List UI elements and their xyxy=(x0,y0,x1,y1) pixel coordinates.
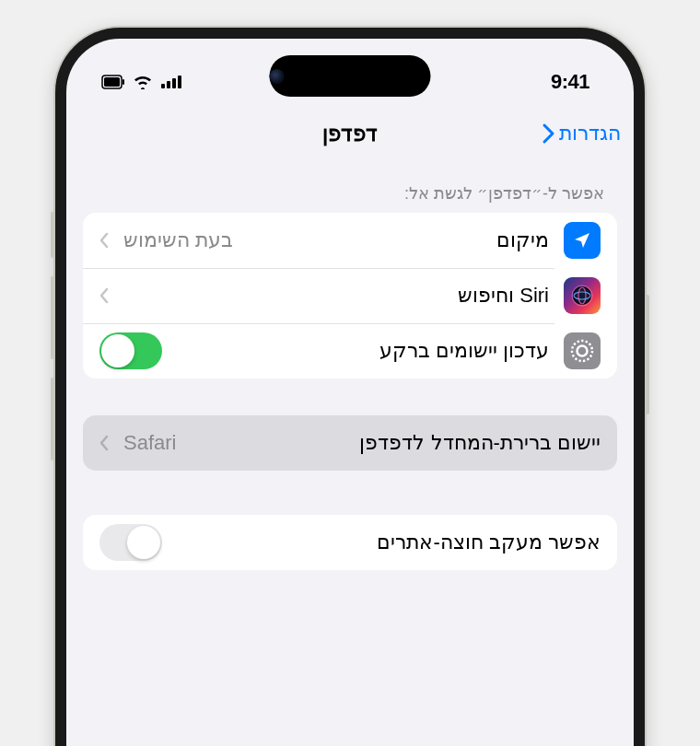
toggle-background-refresh[interactable] xyxy=(99,332,162,369)
row-siri-search[interactable]: Siri וחיפוש xyxy=(83,268,617,323)
back-label: הגדרות xyxy=(559,122,621,146)
device-mute-switch xyxy=(51,212,55,258)
toggle-knob xyxy=(101,334,134,367)
row-value: Safari xyxy=(123,431,176,455)
svg-point-12 xyxy=(572,341,592,361)
svg-rect-6 xyxy=(178,76,181,88)
gear-icon xyxy=(564,332,601,369)
device-power-button xyxy=(645,295,649,414)
row-label: עדכון יישומים ברקע xyxy=(177,339,549,363)
dynamic-island xyxy=(270,55,431,97)
chevron-right-icon xyxy=(541,122,555,145)
front-camera xyxy=(270,69,285,84)
row-label: יישום ברירת-המחדל לדפדפן xyxy=(191,431,601,455)
back-button[interactable]: הגדרות xyxy=(541,122,621,146)
svg-rect-2 xyxy=(122,79,124,85)
svg-rect-3 xyxy=(161,84,165,88)
device-volume-down xyxy=(51,378,55,460)
toggle-cross-site-tracking[interactable] xyxy=(99,524,162,561)
chevron-left-icon xyxy=(99,232,109,249)
device-volume-up xyxy=(51,276,55,359)
phone-device-frame: 9:41 הגדרות דפדפן אפשר ל-״דפדפן״ לגשת אל… xyxy=(55,28,645,746)
status-time: 9:41 xyxy=(551,70,589,94)
wifi-icon xyxy=(133,75,153,89)
settings-group-default-browser: יישום ברירת-המחדל לדפדפן Safari xyxy=(83,415,617,471)
row-label: Siri וחיפוש xyxy=(123,284,549,308)
svg-point-9 xyxy=(574,287,590,304)
row-label: אפשר מעקב חוצה-אתרים xyxy=(177,530,601,554)
svg-rect-1 xyxy=(104,77,120,87)
settings-group-access: מיקום בעת השימוש Siri וחיפוש xyxy=(83,213,617,379)
chevron-left-icon xyxy=(99,435,109,451)
settings-group-tracking: אפשר מעקב חוצה-אתרים xyxy=(83,515,617,570)
navigation-bar: הגדרות דפדפן xyxy=(66,108,634,159)
section-header-access: אפשר ל-״דפדפן״ לגשת אל: xyxy=(66,159,634,213)
location-icon xyxy=(564,222,601,259)
row-location[interactable]: מיקום בעת השימוש xyxy=(83,213,617,268)
battery-icon xyxy=(101,75,125,89)
chevron-left-icon xyxy=(99,287,109,304)
row-default-browser[interactable]: יישום ברירת-המחדל לדפדפן Safari xyxy=(83,415,617,471)
row-cross-site-tracking: אפשר מעקב חוצה-אתרים xyxy=(83,515,617,570)
row-background-refresh: עדכון יישומים ברקע xyxy=(83,323,617,379)
cellular-icon xyxy=(160,75,182,89)
toggle-knob xyxy=(127,526,160,559)
svg-rect-5 xyxy=(172,78,176,88)
screen: 9:41 הגדרות דפדפן אפשר ל-״דפדפן״ לגשת אל… xyxy=(66,39,634,746)
siri-icon xyxy=(564,277,601,314)
row-label: מיקום xyxy=(248,228,549,252)
svg-point-13 xyxy=(578,346,588,356)
row-value: בעת השימוש xyxy=(123,228,233,252)
svg-rect-4 xyxy=(167,81,170,88)
page-title: דפדפן xyxy=(322,122,378,146)
